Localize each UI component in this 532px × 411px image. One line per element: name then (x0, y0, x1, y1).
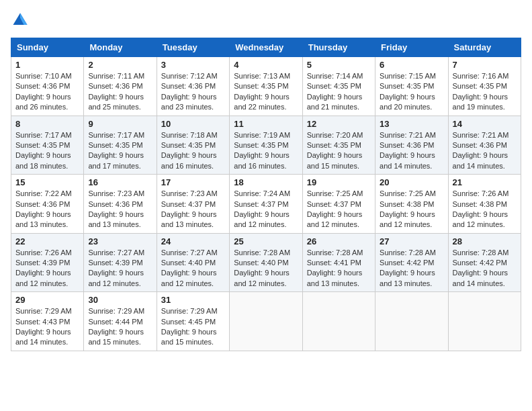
day-number: 11 (234, 119, 298, 129)
calendar-cell: 2 Sunrise: 7:11 AM Sunset: 4:36 PM Dayli… (84, 57, 157, 116)
day-number: 6 (380, 60, 443, 70)
sunset-value: 4:35 PM (480, 82, 507, 90)
daylight-label: Daylight: (307, 93, 338, 101)
sunrise-label: Sunrise: (380, 131, 408, 139)
sunrise-value: 7:27 AM (118, 248, 144, 257)
day-number: 14 (453, 119, 517, 129)
sunset-label: Sunset: (307, 200, 334, 208)
day-info: Sunrise: 7:23 AM Sunset: 4:37 PM Dayligh… (161, 189, 225, 230)
day-info: Sunrise: 7:29 AM Sunset: 4:43 PM Dayligh… (15, 306, 79, 348)
sunset-value: 4:37 PM (188, 200, 216, 208)
sunset-label: Sunset: (88, 259, 115, 267)
sunrise-label: Sunrise: (15, 131, 44, 139)
column-header-monday: Monday (84, 38, 157, 57)
calendar-cell (375, 292, 448, 351)
sunset-label: Sunset: (88, 141, 115, 149)
daylight-label: Daylight: (307, 269, 338, 277)
day-number: 4 (234, 60, 298, 70)
day-number: 19 (307, 177, 371, 187)
calendar-cell: 20 Sunrise: 7:25 AM Sunset: 4:38 PM Dayl… (375, 175, 448, 234)
sunrise-value: 7:23 AM (118, 189, 144, 197)
day-number: 8 (15, 119, 79, 129)
day-number: 22 (15, 236, 79, 246)
calendar-cell (230, 292, 302, 351)
daylight-label: Daylight: (234, 210, 265, 218)
day-info: Sunrise: 7:28 AM Sunset: 4:41 PM Dayligh… (307, 248, 371, 289)
sunrise-value: 7:25 AM (336, 189, 363, 197)
column-header-sunday: Sunday (11, 38, 84, 57)
sunset-value: 4:36 PM (42, 200, 70, 208)
calendar-cell: 28 Sunrise: 7:28 AM Sunset: 4:42 PM Dayl… (448, 233, 521, 292)
calendar-cell: 30 Sunrise: 7:29 AM Sunset: 4:44 PM Dayl… (84, 292, 157, 351)
day-number: 15 (15, 177, 79, 187)
calendar-cell (302, 292, 375, 351)
sunrise-value: 7:22 AM (44, 189, 71, 197)
daylight-label: Daylight: (161, 93, 192, 101)
daylight-label: Daylight: (234, 269, 265, 277)
day-number: 5 (307, 60, 371, 70)
sunset-value: 4:38 PM (480, 200, 507, 208)
sunset-label: Sunset: (307, 82, 334, 90)
sunrise-label: Sunrise: (88, 248, 117, 257)
sunrise-label: Sunrise: (234, 189, 263, 197)
daylight-label: Daylight: (88, 210, 119, 218)
day-info: Sunrise: 7:14 AM Sunset: 4:35 PM Dayligh… (307, 71, 371, 113)
sunset-value: 4:45 PM (188, 318, 216, 326)
sunrise-value: 7:29 AM (190, 307, 217, 315)
day-number: 23 (88, 236, 152, 246)
sunset-label: Sunset: (453, 82, 480, 90)
sunrise-label: Sunrise: (453, 131, 482, 139)
sunrise-value: 7:19 AM (263, 131, 290, 139)
day-info: Sunrise: 7:23 AM Sunset: 4:36 PM Dayligh… (88, 189, 152, 230)
daylight-label: Daylight: (15, 210, 46, 218)
calendar-cell: 12 Sunrise: 7:20 AM Sunset: 4:35 PM Dayl… (302, 116, 375, 175)
day-number: 21 (453, 177, 517, 187)
sunrise-value: 7:17 AM (118, 131, 144, 139)
sunrise-label: Sunrise: (453, 189, 482, 197)
sunset-label: Sunset: (234, 82, 261, 90)
sunset-value: 4:40 PM (188, 259, 216, 267)
sunrise-label: Sunrise: (380, 248, 408, 257)
sunrise-value: 7:20 AM (336, 131, 363, 139)
sunset-label: Sunset: (161, 141, 188, 149)
day-info: Sunrise: 7:28 AM Sunset: 4:40 PM Dayligh… (234, 248, 298, 289)
daylight-label: Daylight: (453, 210, 484, 218)
sunrise-value: 7:13 AM (263, 72, 290, 80)
day-info: Sunrise: 7:21 AM Sunset: 4:36 PM Dayligh… (380, 130, 443, 172)
calendar-cell: 10 Sunrise: 7:18 AM Sunset: 4:35 PM Dayl… (157, 116, 229, 175)
sunset-label: Sunset: (453, 200, 480, 208)
calendar-cell: 25 Sunrise: 7:28 AM Sunset: 4:40 PM Dayl… (230, 233, 302, 292)
logo (11, 11, 32, 30)
daylight-label: Daylight: (380, 210, 410, 218)
sunrise-value: 7:29 AM (118, 307, 144, 315)
daylight-label: Daylight: (307, 210, 338, 218)
sunset-value: 4:35 PM (261, 141, 289, 149)
sunset-label: Sunset: (380, 141, 406, 149)
sunset-value: 4:37 PM (334, 200, 361, 208)
calendar-cell: 16 Sunrise: 7:23 AM Sunset: 4:36 PM Dayl… (84, 175, 157, 234)
day-number: 7 (453, 60, 517, 70)
calendar-cell: 14 Sunrise: 7:21 AM Sunset: 4:36 PM Dayl… (448, 116, 521, 175)
day-info: Sunrise: 7:26 AM Sunset: 4:38 PM Dayligh… (453, 189, 517, 230)
sunrise-value: 7:21 AM (482, 131, 508, 139)
sunset-label: Sunset: (161, 200, 188, 208)
column-header-tuesday: Tuesday (157, 38, 229, 57)
sunrise-value: 7:28 AM (263, 248, 290, 257)
sunset-value: 4:39 PM (42, 259, 70, 267)
day-number: 24 (161, 236, 225, 246)
calendar-cell: 24 Sunrise: 7:27 AM Sunset: 4:40 PM Dayl… (157, 233, 229, 292)
calendar-cell (448, 292, 521, 351)
sunset-label: Sunset: (307, 259, 334, 267)
calendar-cell: 17 Sunrise: 7:23 AM Sunset: 4:37 PM Dayl… (157, 175, 229, 234)
day-info: Sunrise: 7:28 AM Sunset: 4:42 PM Dayligh… (380, 248, 443, 289)
sunrise-label: Sunrise: (88, 307, 117, 315)
calendar-cell: 7 Sunrise: 7:16 AM Sunset: 4:35 PM Dayli… (448, 57, 521, 116)
sunrise-label: Sunrise: (161, 248, 190, 257)
sunrise-value: 7:26 AM (482, 189, 508, 197)
day-number: 10 (161, 119, 225, 129)
day-info: Sunrise: 7:16 AM Sunset: 4:35 PM Dayligh… (453, 71, 517, 113)
day-info: Sunrise: 7:10 AM Sunset: 4:36 PM Dayligh… (15, 71, 79, 113)
day-number: 27 (380, 236, 443, 246)
calendar-cell: 22 Sunrise: 7:26 AM Sunset: 4:39 PM Dayl… (11, 233, 84, 292)
day-info: Sunrise: 7:29 AM Sunset: 4:44 PM Dayligh… (88, 306, 152, 348)
